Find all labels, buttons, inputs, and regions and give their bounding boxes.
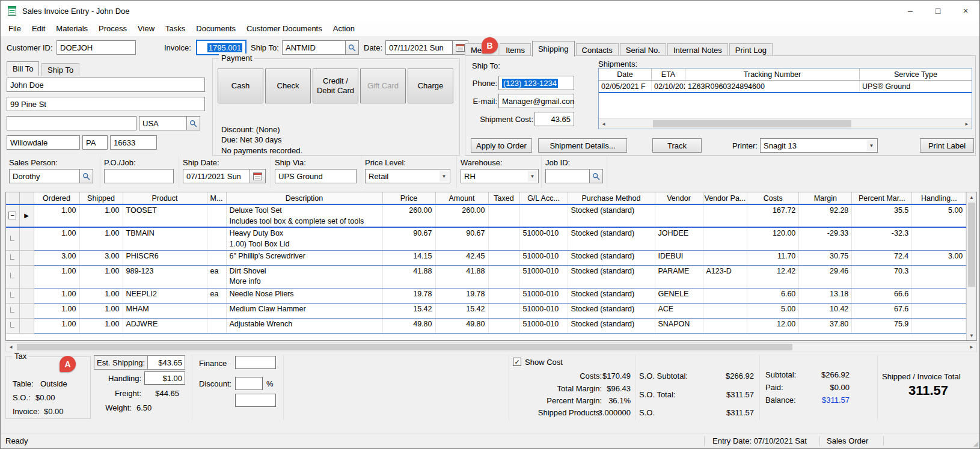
charge-button[interactable]: Charge [408, 69, 453, 103]
grid-cell[interactable]: Deluxe Tool SetIncludes tool box & compl… [226, 204, 382, 227]
grid-cell[interactable]: 19.78 [382, 288, 435, 303]
grid-cell[interactable]: 10.42 [799, 303, 852, 318]
scroll-right-icon[interactable]: ► [962, 119, 972, 129]
grid-cell[interactable] [488, 204, 519, 227]
grid-column-header[interactable]: Percent Mar... [852, 192, 912, 204]
scroll-down-icon[interactable]: ▼ [967, 331, 976, 340]
grid-cell[interactable]: 37.80 [799, 318, 852, 333]
shipments-column-date[interactable]: Date [599, 69, 652, 80]
grid-cell[interactable]: Adjustable Wrench [226, 318, 382, 333]
shipments-column-service[interactable]: Service Type [860, 69, 972, 80]
grid-cell[interactable] [207, 204, 226, 227]
shipment-details-button[interactable]: Shipment Details... [538, 138, 627, 153]
grid-row[interactable]: −▶1.001.00TOOSETDeluxe Tool SetIncludes … [6, 204, 966, 227]
warehouse-select[interactable]: RH ▼ [461, 169, 539, 183]
grid-cell[interactable] [703, 303, 747, 318]
discount-input[interactable] [235, 377, 263, 390]
bill-to-state-input[interactable]: PA [82, 135, 108, 150]
grid-cell[interactable]: 1.00 [34, 204, 79, 227]
ship-to-input[interactable]: ANTMID [282, 40, 346, 55]
grid-cell[interactable]: 3.00 [912, 250, 966, 265]
shipment-row[interactable]: 02/05/2021 F 02/10/202 1Z63R096032489460… [599, 81, 972, 93]
grid-cell[interactable] [912, 288, 966, 303]
grid-cell[interactable]: 1.00 [34, 318, 79, 333]
grid-column-header[interactable]: Ordered [34, 192, 79, 204]
menu-customer-documents[interactable]: Customer Documents [241, 22, 328, 35]
row-selector[interactable] [19, 250, 34, 265]
ship-via-input[interactable]: UPS Ground [275, 169, 357, 183]
grid-cell[interactable]: 70.3 [852, 265, 912, 288]
menu-tasks[interactable]: Tasks [160, 22, 191, 35]
grid-column-header[interactable]: G/L Acc... [519, 192, 568, 204]
tree-collapse-icon[interactable]: − [6, 204, 19, 227]
job-id-lookup-button[interactable] [590, 169, 603, 183]
credit-debit-card-button[interactable]: Credit / Debit Card [313, 69, 358, 103]
grid-cell[interactable]: -32.3 [852, 227, 912, 250]
grid-cell[interactable]: Needle Nose Pliers [226, 288, 382, 303]
shipments-scroll-thumb[interactable] [653, 120, 851, 127]
row-selector[interactable] [19, 227, 34, 250]
grid-cell[interactable] [488, 318, 519, 333]
grid-cell[interactable]: 260.00 [382, 204, 435, 227]
scroll-left-icon[interactable]: ◄ [599, 119, 608, 129]
subtab-bill-to[interactable]: Bill To [7, 61, 39, 76]
grid-cell[interactable]: Dirt ShovelMore info [226, 265, 382, 288]
shipments-column-tracking[interactable]: Tracking Number [685, 69, 860, 80]
grid-column-header[interactable]: Taxed [488, 192, 519, 204]
grid-row[interactable]: 1.001.00TBMAINHeavy Duty Box1.00) Tool B… [6, 227, 966, 250]
shipments-column-eta[interactable]: ETA [652, 69, 685, 80]
grid-column-header[interactable]: Shipped [79, 192, 123, 204]
shipment-cost-input[interactable]: 43.65 [534, 112, 574, 126]
menu-action[interactable]: Action [328, 22, 360, 35]
grid-cell[interactable] [655, 204, 703, 227]
grid-column-header[interactable]: Price [382, 192, 435, 204]
tab-internal-notes[interactable]: Internal Notes [667, 43, 728, 56]
resize-grip[interactable]: ◢ [973, 440, 978, 448]
grid-cell[interactable] [207, 227, 226, 250]
grid-cell[interactable]: 6.60 [747, 288, 799, 303]
grid-cell[interactable]: 29.46 [799, 265, 852, 288]
grid-cell[interactable]: 12.00 [747, 318, 799, 333]
handling-value[interactable]: $1.00 [144, 371, 185, 385]
grid-cell[interactable]: 51000-010 [519, 288, 568, 303]
menu-file[interactable]: File [3, 22, 26, 35]
grid-cell[interactable] [912, 303, 966, 318]
ship-to-lookup-button[interactable] [346, 40, 359, 55]
grid-column-header[interactable]: Amount [435, 192, 488, 204]
scroll-up-icon[interactable]: ▲ [967, 192, 976, 202]
grid-column-header[interactable]: Handling... [912, 192, 966, 204]
grid-cell[interactable]: 19.78 [435, 288, 488, 303]
grid-cell[interactable]: 41.88 [382, 265, 435, 288]
sales-person-lookup-button[interactable] [80, 169, 93, 183]
grid-cell[interactable]: 1.00 [34, 303, 79, 318]
grid-cell[interactable]: 67.6 [852, 303, 912, 318]
grid-cell[interactable]: TOOSET [123, 204, 207, 227]
bill-to-address-input[interactable]: 99 Pine St [7, 97, 205, 111]
row-selector[interactable] [19, 288, 34, 303]
grid-cell[interactable]: IDEBUI [655, 250, 703, 265]
print-label-button[interactable]: Print Label [920, 138, 974, 153]
grid-cell[interactable]: 51000-010 [519, 250, 568, 265]
date-input[interactable]: 07/11/2021 Sun [385, 40, 453, 55]
row-selector[interactable] [19, 318, 34, 333]
grid-cell[interactable] [488, 265, 519, 288]
shipments-horizontal-scrollbar[interactable]: ◄ ► [599, 118, 972, 129]
grid-cell[interactable]: SNAPON [655, 318, 703, 333]
tab-print-log[interactable]: Print Log [729, 43, 773, 56]
grid-cell[interactable] [912, 318, 966, 333]
grid-cell[interactable]: Stocked (standard) [568, 288, 655, 303]
grid-cell[interactable] [207, 303, 226, 318]
scroll-left-icon[interactable]: ◄ [6, 343, 16, 352]
grid-vertical-scrollbar[interactable]: ▲ ▼ [966, 192, 976, 340]
grid-cell[interactable]: Stocked (standard) [568, 303, 655, 318]
grid-cell[interactable]: Stocked (standard) [568, 227, 655, 250]
grid-column-header[interactable]: M... [207, 192, 226, 204]
grid-cell[interactable] [207, 250, 226, 265]
maximize-icon[interactable]: □ [924, 1, 952, 21]
po-job-input[interactable] [104, 169, 174, 183]
grid-cell[interactable]: 90.67 [382, 227, 435, 250]
grid-cell[interactable]: ACE [655, 303, 703, 318]
bill-to-address2-input[interactable] [7, 116, 136, 130]
grid-cell[interactable] [912, 227, 966, 250]
grid-cell[interactable] [703, 227, 747, 250]
